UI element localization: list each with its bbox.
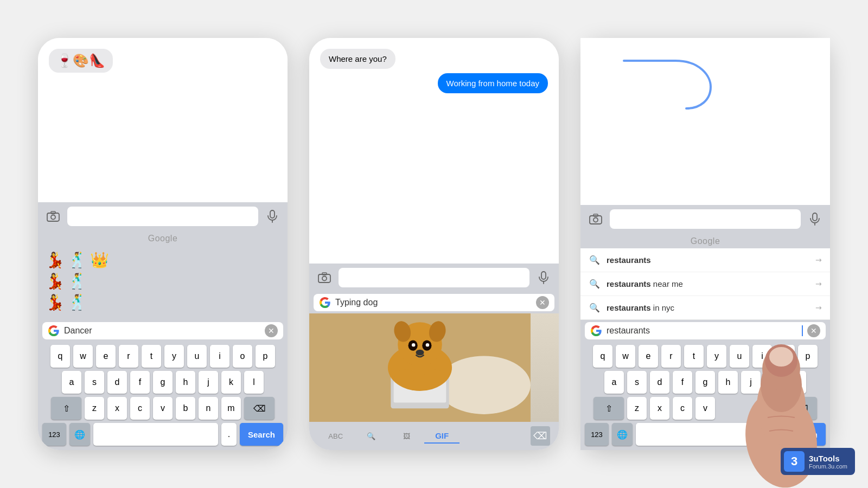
key-z-3[interactable]: z [627, 397, 647, 420]
key-shift-1[interactable]: ⇧ [51, 397, 81, 420]
svg-rect-5 [318, 274, 330, 282]
gif-content-area [309, 313, 559, 422]
camera-button-2[interactable] [315, 268, 334, 287]
key-i-3[interactable]: i [752, 345, 772, 368]
emoji-dancer-6[interactable]: 🕺 [68, 293, 87, 311]
key-shift-3[interactable]: ⇧ [593, 397, 624, 420]
phone3-clear-button[interactable]: ✕ [807, 324, 820, 337]
emoji-crown[interactable]: 👑 [90, 251, 109, 269]
phone1-clear-button[interactable]: ✕ [265, 324, 278, 337]
phone2-clear-button[interactable]: ✕ [536, 296, 549, 309]
emoji-dancer-4[interactable]: 🕺 [68, 272, 87, 290]
key-e-3[interactable]: e [639, 345, 658, 368]
phone2-search-input[interactable] [339, 268, 529, 287]
key-m[interactable]: m [221, 397, 241, 420]
key-a-3[interactable]: a [604, 371, 624, 394]
mic-button-2[interactable] [534, 268, 553, 287]
key-x-3[interactable]: x [650, 397, 669, 420]
key-r-3[interactable]: r [661, 345, 681, 368]
key-c-3[interactable]: c [673, 397, 692, 420]
mic-button-3[interactable] [805, 209, 825, 229]
tab-gif[interactable]: GIF [424, 429, 459, 444]
key-n[interactable]: n [199, 397, 218, 420]
tab-search[interactable]: 🔍 [353, 430, 388, 442]
key-r[interactable]: r [119, 345, 138, 368]
key-u[interactable]: u [187, 345, 207, 368]
key-j[interactable]: j [199, 371, 218, 394]
key-g[interactable]: g [153, 371, 173, 394]
key-d-3[interactable]: d [650, 371, 669, 394]
key-i[interactable]: i [210, 345, 229, 368]
key-v-3[interactable]: v [695, 397, 715, 420]
key-w-3[interactable]: w [616, 345, 635, 368]
key-u-3[interactable]: u [730, 345, 749, 368]
emoji-row-1: 💃 🕺 👑 [46, 251, 280, 269]
key-globe-1[interactable]: 🌐 [69, 423, 90, 446]
key-w[interactable]: w [73, 345, 93, 368]
phone3-key-row-3: ⇧ z x c v ⌫ [583, 397, 828, 420]
key-a[interactable]: a [62, 371, 81, 394]
key-s[interactable]: s [85, 371, 104, 394]
key-t-3[interactable]: t [684, 345, 704, 368]
key-f[interactable]: f [130, 371, 150, 394]
key-s-3[interactable]: s [627, 371, 647, 394]
key-backspace-1[interactable]: ⌫ [244, 397, 275, 420]
google-g-icon-2 [319, 297, 331, 309]
key-p-3[interactable]: p [798, 345, 818, 368]
key-123-3[interactable]: 123 [585, 423, 609, 446]
key-c[interactable]: c [130, 397, 150, 420]
mic-button-1[interactable] [263, 207, 282, 226]
emoji-dancer-5[interactable]: 💃 [46, 293, 65, 311]
camera-button-3[interactable] [586, 209, 605, 229]
gif-delete-button[interactable]: ⌫ [531, 426, 550, 446]
phone2-gif-keyboard: Typing dog ✕ [309, 264, 559, 450]
phone1-text-search-input[interactable] [64, 326, 260, 336]
svg-rect-28 [813, 213, 817, 221]
key-y-3[interactable]: y [707, 345, 726, 368]
emoji-dancer-3[interactable]: 💃 [46, 272, 65, 290]
emoji-dancer-1[interactable]: 💃 [46, 251, 65, 269]
suggestion-2[interactable]: 🔍 restaurants near me ↙ [580, 272, 830, 296]
emoji-dancer-2[interactable]: 🕺 [68, 251, 87, 269]
suggestion-3[interactable]: 🔍 restaurants in nyc ↙ [580, 296, 830, 319]
key-o-3[interactable]: o [775, 345, 795, 368]
key-l[interactable]: l [244, 371, 264, 394]
key-j-3[interactable]: j [741, 371, 761, 394]
key-space-1[interactable] [93, 423, 218, 446]
key-z[interactable]: z [85, 397, 104, 420]
search-button-1[interactable]: Search [240, 423, 283, 446]
key-p[interactable]: p [256, 345, 275, 368]
key-123-1[interactable]: 123 [42, 423, 66, 446]
suggestion-1[interactable]: 🔍 restaurants ↙ [580, 248, 830, 272]
key-o[interactable]: o [233, 345, 252, 368]
phone3-search-input[interactable] [610, 209, 801, 229]
key-q[interactable]: q [50, 345, 70, 368]
key-y[interactable]: y [164, 345, 184, 368]
key-g-3[interactable]: g [695, 371, 715, 394]
key-space-3[interactable] [636, 423, 779, 446]
key-b[interactable]: b [176, 397, 195, 420]
key-backspace-3[interactable]: ⌫ [787, 397, 817, 420]
key-e[interactable]: e [96, 345, 116, 368]
tab-abc[interactable]: ABC [318, 430, 353, 442]
camera-button[interactable] [43, 207, 63, 226]
key-d[interactable]: d [107, 371, 127, 394]
key-q-3[interactable]: q [593, 345, 612, 368]
key-t[interactable]: t [142, 345, 161, 368]
gif-dog-image[interactable] [309, 313, 531, 422]
key-k[interactable]: k [221, 371, 241, 394]
watermark: 3 3uTools Forum.3u.com [781, 448, 855, 475]
search-button-3[interactable]: Search [782, 423, 826, 446]
key-h[interactable]: h [176, 371, 195, 394]
key-f-3[interactable]: f [673, 371, 692, 394]
key-l-3[interactable]: l [787, 371, 806, 394]
key-period-1[interactable]: . [221, 423, 237, 446]
key-k-3[interactable]: k [764, 371, 783, 394]
phone1-search-input[interactable] [67, 207, 258, 226]
key-v[interactable]: v [153, 397, 173, 420]
key-globe-3[interactable]: 🌐 [612, 423, 633, 446]
key-h-3[interactable]: h [718, 371, 738, 394]
key-x[interactable]: x [107, 397, 127, 420]
svg-point-26 [593, 218, 598, 222]
tab-image[interactable]: 🖼 [389, 430, 424, 442]
